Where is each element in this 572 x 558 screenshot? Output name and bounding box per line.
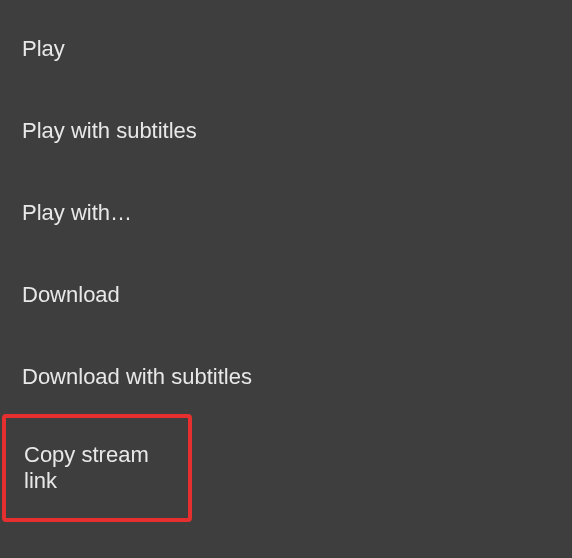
menu-item-copy-stream-link[interactable]: Copy stream link xyxy=(6,418,188,518)
highlight-box: Copy stream link xyxy=(2,414,192,522)
menu-item-download[interactable]: Download xyxy=(0,254,572,336)
menu-item-play-subtitles[interactable]: Play with subtitles xyxy=(0,90,572,172)
context-menu: Play Play with subtitles Play with… Down… xyxy=(0,0,572,522)
menu-item-play-with[interactable]: Play with… xyxy=(0,172,572,254)
menu-item-download-subtitles[interactable]: Download with subtitles xyxy=(0,336,572,418)
menu-item-play[interactable]: Play xyxy=(0,8,572,90)
